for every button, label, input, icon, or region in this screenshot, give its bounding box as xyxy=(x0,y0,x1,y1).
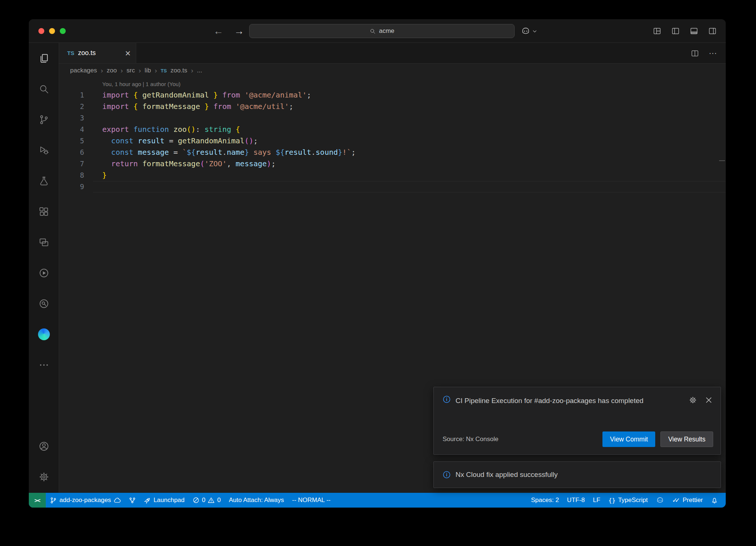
problems-status[interactable]: 0 0 xyxy=(189,493,225,508)
language-mode-status[interactable]: {} TypeScript xyxy=(604,493,652,508)
toggle-panel-icon[interactable] xyxy=(690,27,698,35)
testing-icon[interactable] xyxy=(29,165,59,196)
breadcrumb-item-lib[interactable]: lib xyxy=(145,67,151,74)
copilot-icon xyxy=(521,26,530,36)
code-line[interactable]: const message = `${result.name} says ${r… xyxy=(93,147,726,158)
more-actions-icon[interactable]: ··· xyxy=(709,48,717,58)
minimize-window-button[interactable] xyxy=(49,28,55,34)
breadcrumb-item-zoo[interactable]: zoo xyxy=(107,67,117,74)
chevron-right-icon: › xyxy=(191,66,193,75)
line-number[interactable]: 9 xyxy=(59,181,93,192)
auto-attach-status[interactable]: Auto Attach: Always xyxy=(225,493,288,508)
vim-mode-status[interactable]: -- NORMAL -- xyxy=(288,493,334,508)
customize-layout-icon[interactable] xyxy=(653,27,662,35)
command-center-search[interactable]: acme xyxy=(249,24,515,38)
source-control-graph-icon[interactable] xyxy=(125,493,140,508)
notification-ci-pipeline: CI Pipeline Execution for #add-zoo-packa… xyxy=(433,387,721,455)
account-icon[interactable] xyxy=(29,431,59,461)
line-number[interactable]: 3 xyxy=(59,112,93,124)
notification-settings-gear-icon[interactable] xyxy=(689,396,697,404)
source-control-icon[interactable] xyxy=(29,104,59,135)
launchpad-button[interactable]: Launchpad xyxy=(140,493,189,508)
desktop: { "titlebar": { "search_value": "acme" }… xyxy=(0,0,756,546)
line-number[interactable]: 2 xyxy=(59,101,93,112)
settings-gear-icon[interactable] xyxy=(29,461,59,492)
code-line[interactable]: } xyxy=(93,170,726,181)
view-commit-button[interactable]: View Commit xyxy=(602,431,655,447)
remote-indicator[interactable]: >< xyxy=(29,493,46,508)
breadcrumb: packages › zoo › src › lib › TS zoo.ts ›… xyxy=(59,64,726,78)
code-line[interactable]: export function zoo(): string { xyxy=(93,124,726,135)
branch-status[interactable]: add-zoo-packages xyxy=(46,493,125,508)
vscode-window: ← → acme xyxy=(29,19,726,508)
chevron-right-icon: › xyxy=(155,66,157,75)
encoding-status[interactable]: UTF-8 xyxy=(563,493,589,508)
copilot-menu[interactable] xyxy=(521,19,537,43)
toggle-primary-sidebar-icon[interactable] xyxy=(671,27,680,35)
line-number[interactable]: 7 xyxy=(59,158,93,170)
code-line[interactable]: import { getRandomAnimal } from '@acme/a… xyxy=(93,89,726,101)
chevron-down-icon xyxy=(532,29,537,34)
zoom-window-button[interactable] xyxy=(60,28,66,34)
code-lines: import { getRandomAnimal } from '@acme/a… xyxy=(93,89,726,192)
overview-ruler-marker xyxy=(719,160,725,161)
more-views-icon[interactable] xyxy=(29,349,59,380)
back-icon[interactable]: ← xyxy=(213,19,223,43)
forward-icon[interactable]: → xyxy=(234,19,244,43)
notification-close-icon[interactable] xyxy=(705,396,712,404)
cloud-upload-icon xyxy=(114,497,121,504)
line-number[interactable]: 6 xyxy=(59,147,93,158)
copilot-icon xyxy=(656,496,664,504)
formatter-status[interactable]: ✓✓ Prettier xyxy=(668,493,707,508)
braces-icon: {} xyxy=(608,497,615,504)
rocket-icon xyxy=(144,497,151,504)
notification-source: Source: Nx Console xyxy=(443,436,498,443)
warning-icon xyxy=(208,497,214,504)
close-window-button[interactable] xyxy=(38,28,44,34)
edge-browser-icon[interactable] xyxy=(29,319,59,349)
activity-bar xyxy=(29,43,59,493)
line-numbers: 123456789 xyxy=(59,78,93,493)
close-tab-icon[interactable]: × xyxy=(125,48,131,58)
window-controls xyxy=(38,19,66,43)
line-number[interactable]: 8 xyxy=(59,170,93,181)
code-line[interactable]: const result = getRandomAnimal(); xyxy=(93,135,726,147)
notification-nx-cloud: Nx Cloud fix applied successfully xyxy=(433,461,721,488)
activity-bar-bottom xyxy=(29,431,59,493)
layout-controls xyxy=(653,19,726,43)
toggle-secondary-sidebar-icon[interactable] xyxy=(708,27,717,35)
copilot-status[interactable] xyxy=(652,493,668,508)
breadcrumb-item-src[interactable]: src xyxy=(127,67,135,74)
notifications-bell-icon[interactable] xyxy=(707,493,722,508)
gitlens-codelens[interactable]: You, 1 hour ago | 1 author (You) xyxy=(93,80,726,89)
code-line[interactable]: return formatMessage('ZOO', message); xyxy=(93,158,726,170)
notification-message: Nx Cloud fix applied successfully xyxy=(456,471,558,479)
split-editor-icon[interactable] xyxy=(691,49,699,58)
run-debug-icon[interactable] xyxy=(29,135,59,165)
tab-zoo-ts[interactable]: TS zoo.ts × xyxy=(59,43,136,63)
line-number[interactable]: 4 xyxy=(59,124,93,135)
editor-actions: ··· xyxy=(691,43,726,64)
explorer-icon[interactable] xyxy=(29,43,59,74)
search-sidebar-icon[interactable] xyxy=(29,74,59,104)
breadcrumb-item-packages[interactable]: packages xyxy=(70,67,97,74)
indentation-status[interactable]: Spaces: 2 xyxy=(527,493,563,508)
git-branch-icon xyxy=(50,497,57,504)
line-number[interactable]: 5 xyxy=(59,135,93,147)
search-value: acme xyxy=(379,27,395,35)
search-circle-icon[interactable] xyxy=(29,288,59,319)
breadcrumb-item-symbol[interactable]: ... xyxy=(197,67,202,74)
eol-status[interactable]: LF xyxy=(589,493,604,508)
code-line[interactable]: import { formatMessage } from '@acme/uti… xyxy=(93,101,726,112)
error-icon xyxy=(193,497,199,504)
line-number[interactable]: 1 xyxy=(59,89,93,101)
extensions-icon[interactable] xyxy=(29,196,59,227)
play-circle-icon[interactable] xyxy=(29,257,59,288)
code-line[interactable] xyxy=(93,112,726,124)
typescript-file-icon: TS xyxy=(67,50,74,56)
code-line[interactable] xyxy=(93,181,726,192)
remote-explorer-icon[interactable] xyxy=(29,227,59,257)
breadcrumb-item-file[interactable]: zoo.ts xyxy=(171,67,187,74)
status-bar: >< add-zoo-packages Launchpad xyxy=(29,493,726,508)
view-results-button[interactable]: View Results xyxy=(660,431,713,447)
